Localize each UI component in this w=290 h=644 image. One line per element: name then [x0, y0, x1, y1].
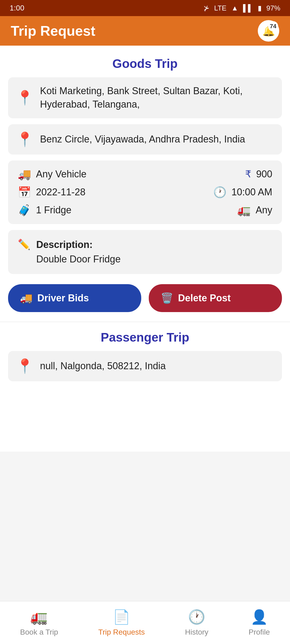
destination-pin-icon: 📍 [16, 131, 34, 148]
vehicle-size: Any [256, 204, 272, 216]
wifi-icon: ▲ [231, 4, 238, 12]
nav-book-trip-label: Book a Trip [20, 628, 58, 636]
goods-info: 🧳 1 Fridge [18, 204, 71, 217]
clock-icon: 🕐 [213, 186, 227, 199]
origin-pin-icon: 📍 [16, 90, 34, 106]
nav-history-label: History [185, 628, 208, 636]
delete-icon: 🗑️ [161, 292, 173, 304]
description-label: Description: [36, 239, 93, 250]
vehicle-info: 🚚 Any Vehicle [18, 168, 86, 181]
rupee-icon: ₹ [245, 169, 251, 180]
action-buttons: 🚚 Driver Bids 🗑️ Delete Post [0, 281, 290, 322]
nav-trip-requests[interactable]: 📄 Trip Requests [90, 605, 153, 641]
notification-count: 74 [268, 21, 278, 31]
bluetooth-icon: ⊁ [204, 4, 209, 12]
signal-icon: ▌▌ [243, 4, 253, 12]
origin-address: Koti Marketing, Bank Street, Sultan Baza… [40, 84, 274, 111]
passenger-origin-box: 📍 null, Nalgonda, 508212, India [8, 351, 282, 381]
goods-trip-title: Goods Trip [0, 48, 290, 77]
destination-location-box: 📍 Benz Circle, Vijayawada, Andhra Prades… [8, 124, 282, 155]
nav-history[interactable]: 🕐 History [177, 605, 216, 641]
passenger-origin-pin-icon: 📍 [16, 358, 34, 374]
delete-post-button[interactable]: 🗑️ Delete Post [149, 284, 282, 312]
trip-info-row-2: 📅 2022-11-28 🕐 10:00 AM [18, 186, 272, 199]
4g-icon: LTE [214, 4, 227, 12]
bottom-navigation: 🚛 Book a Trip 📄 Trip Requests 🕐 History … [0, 601, 290, 644]
price-value: 900 [256, 169, 272, 180]
passenger-origin-address: null, Nalgonda, 508212, India [40, 359, 166, 373]
driver-bids-label: Driver Bids [37, 292, 89, 304]
status-time: 1:00 [10, 4, 24, 12]
nav-book-trip[interactable]: 🚛 Book a Trip [12, 605, 66, 641]
pencil-icon: ✏️ [18, 239, 30, 250]
nav-profile-label: Profile [249, 628, 270, 636]
calendar-icon: 📅 [18, 186, 31, 199]
status-bar: 1:00 ⊁ LTE ▲ ▌▌ ▮ 97% [0, 0, 290, 16]
price-info: ₹ 900 [245, 169, 272, 180]
app-header: Trip Request 🔔 74 [0, 16, 290, 46]
vehicle-size-info: 🚛 Any [237, 204, 272, 217]
description-value: Double Door Fridge [36, 254, 121, 265]
status-icons: ⊁ LTE ▲ ▌▌ ▮ 97% [204, 4, 280, 12]
history-icon: 🕐 [188, 609, 205, 625]
battery-icon: ▮ [258, 4, 262, 12]
notification-button[interactable]: 🔔 74 [258, 20, 279, 42]
date-value: 2022-11-28 [36, 186, 85, 198]
passenger-trip-section: Passenger Trip 📍 null, Nalgonda, 508212,… [0, 322, 290, 381]
description-box: ✏️ Description: Double Door Fridge [8, 230, 282, 274]
driver-bids-button[interactable]: 🚚 Driver Bids [8, 284, 141, 312]
origin-location-box: 📍 Koti Marketing, Bank Street, Sultan Ba… [8, 77, 282, 118]
date-info: 📅 2022-11-28 [18, 186, 85, 199]
luggage-icon: 🧳 [18, 204, 31, 217]
truck-icon: 🚚 [18, 168, 31, 181]
nav-trip-requests-label: Trip Requests [98, 628, 145, 636]
trip-info-row-1: 🚚 Any Vehicle ₹ 900 [18, 168, 272, 181]
profile-icon: 👤 [251, 609, 268, 625]
book-trip-icon: 🚛 [30, 609, 48, 625]
nav-profile[interactable]: 👤 Profile [241, 605, 278, 641]
goods-trip-section: Goods Trip 📍 Koti Marketing, Bank Street… [0, 48, 290, 322]
truck-size-icon: 🚛 [237, 204, 251, 217]
destination-address: Benz Circle, Vijayawada, Andhra Pradesh,… [40, 133, 245, 146]
page-title: Trip Request [11, 23, 95, 39]
battery-percent: 97% [266, 4, 280, 12]
delete-post-label: Delete Post [178, 292, 231, 304]
trip-requests-icon: 📄 [113, 609, 130, 625]
trip-info-box: 🚚 Any Vehicle ₹ 900 📅 2022-11-28 🕐 10:00… [8, 160, 282, 224]
time-info: 🕐 10:00 AM [213, 186, 272, 199]
goods-count: 1 Fridge [36, 204, 71, 216]
trip-info-row-3: 🧳 1 Fridge 🚛 Any [18, 204, 272, 217]
driver-bids-icon: 🚚 [20, 292, 32, 304]
passenger-trip-title: Passenger Trip [0, 322, 290, 351]
vehicle-type: Any Vehicle [36, 169, 86, 180]
description-content: Description: Double Door Fridge [36, 237, 121, 266]
main-content: Goods Trip 📍 Koti Marketing, Bank Street… [0, 46, 290, 452]
time-value: 10:00 AM [231, 186, 272, 198]
